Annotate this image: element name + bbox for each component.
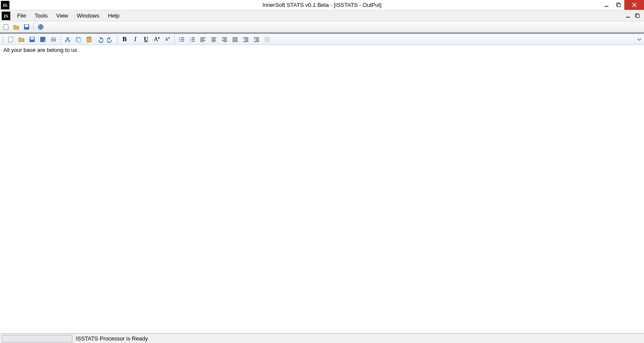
svg-point-19	[69, 40, 70, 42]
undo-button[interactable]	[95, 35, 104, 44]
document-content[interactable]: All your base are belong to us	[0, 45, 644, 334]
increase-indent-icon	[253, 36, 260, 43]
window-title: InnerSoft STATS v0.1 Beta - [ISSTATS - O…	[262, 2, 382, 8]
app-icon: IS	[1, 1, 9, 9]
minimize-icon	[604, 3, 609, 7]
open-doc-button[interactable]	[17, 35, 26, 44]
menu-windows[interactable]: Windows	[72, 10, 104, 21]
menu-file[interactable]: File	[13, 10, 30, 21]
highlight-button[interactable]	[262, 35, 272, 44]
restore-icon	[635, 13, 640, 18]
toolbar-separator	[33, 23, 34, 31]
svg-rect-17	[52, 37, 55, 39]
menu-help[interactable]: Help	[104, 10, 124, 21]
close-button[interactable]	[624, 0, 644, 10]
cut-button[interactable]	[63, 35, 72, 44]
svg-rect-60	[265, 37, 269, 42]
svg-rect-10	[25, 25, 28, 27]
mdi-restore-button[interactable]	[634, 13, 641, 19]
print-button[interactable]	[49, 35, 58, 44]
svg-rect-23	[88, 37, 90, 38]
align-right-button[interactable]	[220, 35, 229, 44]
font-decrease-button[interactable]: A▾	[163, 35, 172, 44]
maximize-button[interactable]	[612, 0, 624, 10]
maximize-icon	[616, 3, 621, 7]
save-doc-button[interactable]	[27, 35, 37, 44]
menu-view[interactable]: View	[52, 10, 72, 21]
decrease-indent-button[interactable]	[241, 35, 250, 44]
save-icon	[23, 24, 30, 30]
titlebar: IS InnerSoft STATS v0.1 Beta - [ISSTATS …	[0, 0, 644, 10]
svg-text:3: 3	[189, 40, 191, 42]
document-text: All your base are belong to us	[3, 47, 77, 53]
bold-button[interactable]: B	[120, 35, 129, 44]
paste-button[interactable]	[84, 35, 94, 44]
open-button[interactable]	[12, 23, 21, 31]
bullet-list-icon	[178, 36, 185, 43]
svg-point-26	[179, 41, 180, 42]
save-as-icon	[39, 36, 46, 43]
save-button[interactable]	[22, 23, 31, 31]
svg-line-4	[632, 3, 636, 7]
svg-line-3	[632, 3, 636, 7]
redo-button[interactable]	[106, 35, 115, 44]
svg-rect-1	[617, 3, 620, 6]
toolbar-separator	[60, 35, 61, 44]
document-icon: IS	[2, 12, 10, 20]
numbered-list-button[interactable]: 123	[188, 35, 197, 44]
paste-icon	[86, 36, 92, 43]
main-toolbar	[0, 21, 644, 33]
status-well	[2, 335, 72, 343]
svg-rect-12	[9, 37, 13, 42]
underline-button[interactable]: U	[141, 35, 151, 44]
toolbar-grip[interactable]	[2, 36, 4, 43]
align-left-button[interactable]	[198, 35, 208, 44]
undo-icon	[96, 36, 103, 43]
new-file-icon	[3, 24, 9, 30]
status-text: ISSTATS Processor is Ready	[74, 335, 148, 342]
toolbar-overflow-button[interactable]	[636, 36, 642, 42]
world-button[interactable]	[36, 23, 45, 31]
minimize-button[interactable]	[600, 0, 612, 10]
open-folder-icon	[13, 24, 20, 30]
align-left-icon	[200, 36, 206, 43]
font-increase-button[interactable]: A▴	[152, 35, 161, 44]
toolbar-separator	[117, 35, 118, 44]
menubar: IS File Tools View Windows Help	[0, 10, 644, 21]
decrease-indent-icon	[242, 36, 249, 43]
menu-tools[interactable]: Tools	[30, 10, 52, 21]
mdi-minimize-button[interactable]	[624, 13, 631, 19]
globe-icon	[37, 24, 44, 30]
svg-point-18	[65, 40, 67, 42]
svg-point-24	[179, 37, 180, 38]
editor-toolbar: B I U A▴ A▾ 123	[0, 34, 644, 45]
statusbar: ISSTATS Processor is Ready	[0, 334, 644, 343]
mdi-window-controls	[624, 13, 644, 19]
font-decrease-icon: A▾	[165, 36, 170, 42]
print-icon	[50, 36, 57, 43]
save-as-button[interactable]	[38, 35, 48, 44]
align-center-icon	[210, 36, 217, 43]
italic-button[interactable]: I	[131, 35, 140, 44]
copy-icon	[75, 36, 82, 43]
copy-button[interactable]	[74, 35, 83, 44]
font-increase-icon: A▴	[154, 36, 160, 43]
align-justify-button[interactable]	[230, 35, 240, 44]
save-icon	[29, 36, 36, 43]
svg-rect-2	[617, 4, 620, 7]
align-justify-icon	[232, 36, 239, 43]
svg-point-25	[179, 39, 180, 40]
cut-icon	[64, 36, 71, 43]
svg-rect-14	[30, 37, 34, 39]
window-controls	[600, 0, 644, 10]
new-button[interactable]	[2, 23, 10, 31]
bullet-list-button[interactable]	[177, 35, 186, 44]
svg-rect-8	[4, 24, 8, 30]
svg-rect-21	[77, 38, 80, 42]
align-right-icon	[221, 36, 228, 43]
increase-indent-button[interactable]	[252, 35, 261, 44]
align-center-button[interactable]	[209, 35, 218, 44]
close-icon	[632, 3, 637, 7]
highlight-icon	[264, 36, 271, 43]
new-doc-button[interactable]	[6, 35, 15, 44]
